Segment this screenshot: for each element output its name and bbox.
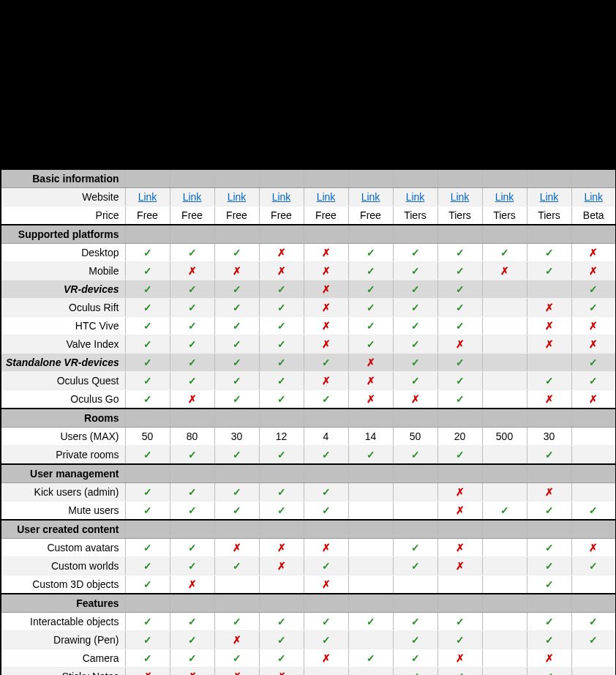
cell: ✓ — [125, 280, 170, 299]
cell: ✓ — [527, 575, 571, 594]
cell: ✓ — [170, 613, 214, 631]
cell: ✓ — [259, 446, 304, 465]
cell: ✓ — [348, 317, 393, 335]
check-icon: ✓ — [188, 283, 197, 295]
cell: ✗ — [125, 668, 170, 676]
check-icon: ✓ — [233, 283, 241, 295]
check-icon: ✓ — [143, 338, 152, 350]
check-icon: ✓ — [456, 616, 465, 627]
check-icon: ✓ — [589, 375, 598, 387]
website-link[interactable]: Link — [495, 191, 514, 203]
cell: Link — [527, 188, 571, 206]
check-icon: ✓ — [188, 375, 197, 387]
website-link[interactable]: Link — [584, 191, 603, 203]
cell: ✗ — [304, 372, 348, 390]
check-icon: ✓ — [188, 542, 197, 553]
cell — [348, 631, 393, 649]
website-link[interactable]: Link — [272, 191, 291, 203]
cell: Link — [304, 188, 348, 206]
cell: ✓ — [437, 390, 482, 409]
cell: 20 — [437, 428, 482, 446]
cell — [393, 575, 437, 594]
row-label: Private rooms — [1, 446, 125, 465]
cell: ✓ — [571, 299, 616, 317]
cross-icon: ✗ — [277, 671, 286, 675]
cell — [482, 335, 527, 354]
check-icon: ✓ — [143, 634, 152, 646]
check-icon: ✓ — [545, 616, 554, 627]
cell: ✓ — [437, 668, 482, 676]
cell: Link — [170, 188, 214, 206]
cell: ✗ — [437, 335, 482, 354]
cell: ✓ — [214, 354, 259, 372]
cell: ✓ — [348, 335, 393, 354]
cell: ✗ — [214, 631, 259, 649]
cell: ✓ — [214, 501, 259, 521]
website-link[interactable]: Link — [183, 191, 202, 203]
row-label: Drawing (Pen) — [1, 631, 125, 649]
cell: ✓ — [259, 317, 304, 335]
check-icon: ✓ — [456, 283, 465, 295]
cross-icon: ✗ — [188, 265, 197, 277]
cell: ✓ — [437, 244, 482, 262]
cell — [571, 483, 616, 501]
cross-icon: ✗ — [456, 542, 465, 553]
row-label: Custom avatars — [1, 539, 125, 557]
website-link[interactable]: Link — [317, 191, 336, 203]
cell: ✓ — [125, 631, 170, 649]
check-icon: ✓ — [143, 504, 152, 516]
cross-icon: ✗ — [233, 671, 241, 675]
check-icon: ✓ — [545, 449, 554, 460]
website-link[interactable]: Link — [138, 191, 157, 203]
cross-icon: ✗ — [188, 578, 197, 590]
cell: ✗ — [170, 668, 214, 676]
check-icon: ✓ — [143, 320, 152, 332]
cross-icon: ✗ — [589, 320, 598, 332]
cell: ✗ — [527, 649, 571, 668]
check-icon: ✓ — [411, 634, 420, 646]
cell: Beta — [571, 206, 616, 225]
check-icon: ✓ — [277, 375, 286, 387]
cell: ✓ — [170, 280, 214, 299]
row-label: Standalone VR-devices — [1, 354, 125, 372]
check-icon: ✓ — [367, 338, 375, 350]
cell: ✓ — [170, 354, 214, 372]
check-icon: ✓ — [411, 652, 420, 664]
cell — [482, 280, 527, 299]
cell: ✗ — [437, 649, 482, 668]
check-icon: ✓ — [411, 375, 420, 387]
cell — [348, 483, 393, 501]
cross-icon: ✗ — [589, 338, 598, 350]
cell — [482, 539, 527, 557]
cell — [304, 668, 348, 676]
check-icon: ✓ — [143, 616, 152, 627]
cell: ✓ — [170, 649, 214, 668]
cell: ✗ — [482, 262, 527, 280]
cell: ✓ — [393, 244, 437, 262]
check-icon: ✓ — [188, 616, 197, 627]
cell — [393, 501, 437, 521]
check-icon: ✓ — [188, 652, 197, 664]
cell: ✓ — [393, 539, 437, 557]
cell: ✓ — [437, 372, 482, 390]
check-icon: ✓ — [456, 671, 465, 675]
cell — [482, 613, 527, 631]
website-link[interactable]: Link — [406, 191, 425, 203]
cell — [348, 539, 393, 557]
check-icon: ✓ — [277, 634, 286, 646]
website-link[interactable]: Link — [540, 191, 559, 203]
check-icon: ✓ — [143, 578, 152, 590]
cell: ✓ — [393, 262, 437, 280]
cell: Link — [125, 188, 170, 206]
cell — [393, 483, 437, 501]
check-icon: ✓ — [411, 302, 420, 313]
website-link[interactable]: Link — [228, 191, 247, 203]
cell: ✓ — [125, 613, 170, 631]
cell: ✓ — [170, 244, 214, 262]
website-link[interactable]: Link — [361, 191, 380, 203]
cross-icon: ✗ — [322, 247, 331, 258]
check-icon: ✓ — [545, 247, 554, 258]
website-link[interactable]: Link — [451, 191, 470, 203]
check-icon: ✓ — [188, 320, 197, 332]
check-icon: ✓ — [545, 504, 554, 516]
